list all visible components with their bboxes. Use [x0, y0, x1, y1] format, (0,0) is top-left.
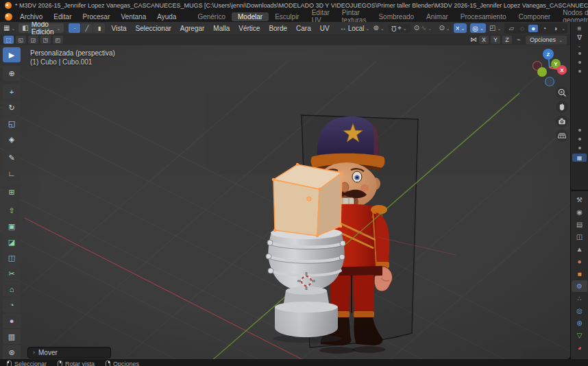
properties-tab-scene[interactable]: ▲ — [572, 243, 587, 255]
mirror-z-button[interactable]: Z — [502, 36, 512, 44]
perspective-toggle-button[interactable] — [556, 130, 568, 142]
tab-componer[interactable]: Componer — [513, 12, 557, 21]
tool-options-dropdown[interactable]: Opciones ⌄ — [526, 36, 567, 45]
outliner-item-dot[interactable] — [578, 138, 581, 141]
transform-orientation-dropdown[interactable]: ↔ Local ⌄ — [340, 25, 370, 32]
outliner-item-dot[interactable] — [578, 61, 581, 64]
object-visibility-dropdown[interactable]: ⊙⌄ — [439, 25, 450, 32]
show-gizmos-toggle[interactable]: ×⌄ — [454, 23, 467, 33]
tool-transform[interactable]: ◈ — [3, 132, 21, 147]
tool-add-cube[interactable]: ⊞ — [3, 184, 21, 199]
gizmo-neg-z-ball[interactable] — [546, 77, 554, 86]
tool-spin[interactable]: ◔ — [3, 297, 21, 313]
outliner-selected-item[interactable]: ▦ — [572, 154, 587, 162]
menu-borde[interactable]: Borde — [266, 25, 290, 32]
tab-esculpir[interactable]: Esculpir — [269, 12, 306, 21]
tab-animar[interactable]: Animar — [420, 12, 454, 21]
tool-bevel[interactable]: ◪ — [3, 234, 21, 249]
tool-annotate[interactable]: ✎ — [3, 150, 21, 165]
snap-target-icon[interactable]: ⌖ — [397, 25, 402, 32]
tool-extrude-region[interactable]: ⇧ — [3, 203, 21, 218]
snap-steps-icon[interactable]: ⌁ — [517, 36, 521, 43]
tab-sombreado[interactable]: Sombreado — [372, 12, 420, 21]
properties-tab-constraints[interactable]: ⊛ — [572, 317, 587, 329]
outliner-item-dot[interactable] — [578, 129, 581, 132]
outliner-filter-icon[interactable]: ∇ — [577, 34, 582, 41]
zoom-button[interactable] — [556, 86, 568, 99]
tool-loop-cut[interactable]: ◫ — [3, 250, 21, 265]
properties-tab-tool[interactable]: ⚒ — [572, 194, 587, 206]
shading-material-button[interactable]: ◔ — [539, 25, 549, 32]
tool-shrink-fatten[interactable]: ⊛ — [3, 345, 21, 359]
tab-generico[interactable]: Genérico — [191, 12, 232, 21]
menu-uv[interactable]: UV — [317, 25, 332, 32]
shading-rendered-button[interactable]: ◑ — [550, 25, 560, 32]
properties-tab-view-layer[interactable]: ◫ — [572, 231, 587, 243]
properties-tab-physics[interactable]: ◎ — [572, 305, 587, 317]
menu-seleccionar[interactable]: Seleccionar — [133, 25, 174, 32]
shading-solid-button[interactable]: ● — [528, 25, 538, 32]
properties-tab-render[interactable]: ◉ — [572, 206, 587, 218]
outliner-item-dot[interactable] — [578, 147, 581, 149]
scene-3d[interactable] — [0, 45, 570, 359]
select-extend-button[interactable]: ◱ — [16, 36, 26, 44]
select-intersect-button[interactable]: ◰ — [53, 36, 63, 44]
properties-tab-material[interactable]: ◕ — [572, 342, 587, 354]
tool-edge-slide[interactable]: ▥ — [3, 329, 21, 344]
tool-scale[interactable]: ◱ — [3, 116, 21, 131]
tool-knife[interactable]: ✂ — [3, 266, 21, 281]
show-overlays-toggle[interactable]: ◎⌄ — [470, 23, 486, 33]
properties-tab-world[interactable]: ● — [572, 256, 587, 267]
properties-tab-data[interactable]: ▽ — [572, 330, 587, 341]
mode-dropdown[interactable]: ◧ Modo Edición ⌄ — [19, 23, 64, 33]
shading-xray-button[interactable]: ▱ — [506, 25, 516, 32]
mirror-y-button[interactable]: Y — [491, 36, 500, 44]
operator-panel-mover[interactable]: › Mover — [27, 347, 111, 358]
properties-tab-particles[interactable]: ∴ — [572, 293, 587, 304]
viewport-canvas[interactable]: ▶ ⊕ + ↻ ◱ ◈ ✎ ∟ ⊞ ⇧ ▣ ◪ ◫ ✂ ⌂ ◔ ● ▥ ⊛ Pe… — [0, 45, 570, 359]
select-set-button[interactable]: ⬚ — [3, 36, 14, 44]
blender-menu-icon[interactable] — [5, 13, 12, 21]
properties-tab-output[interactable]: ▤ — [572, 219, 587, 230]
menu-agregar[interactable]: Agregar — [177, 25, 208, 32]
tool-measure[interactable]: ∟ — [3, 166, 21, 181]
camera-view-button[interactable] — [556, 115, 568, 127]
menu-editar[interactable]: Editar — [48, 13, 77, 21]
proportional-editing[interactable]: ⊙ ∿ ⌄ — [414, 25, 432, 32]
menu-vista[interactable]: Vista — [108, 25, 129, 32]
magnet-icon[interactable]: Ω — [391, 25, 396, 32]
outliner-item-dot[interactable] — [578, 52, 581, 55]
shading-wireframe-button[interactable]: ◌ — [517, 25, 527, 32]
pan-button[interactable] — [556, 101, 568, 113]
menu-vertice[interactable]: Vértice — [236, 25, 262, 32]
navigation-gizmo[interactable]: Z Y X — [529, 47, 570, 88]
gizmo-neg-y-ball[interactable] — [537, 67, 547, 77]
mirror-x-button[interactable]: X — [479, 36, 489, 44]
outliner-list-icon[interactable]: ≡ — [578, 25, 582, 32]
edge-select-button[interactable]: ╱ — [81, 23, 93, 33]
vertex-select-button[interactable]: ∙ — [69, 23, 80, 33]
face-select-button[interactable]: ▮ — [93, 23, 105, 33]
select-subtract-button[interactable]: ◲ — [28, 36, 38, 44]
menu-procesar[interactable]: Procesar — [77, 13, 115, 21]
menu-ayuda[interactable]: Ayuda — [151, 13, 182, 21]
select-invert-button[interactable]: ◳ — [40, 36, 51, 44]
tool-select-box[interactable]: ▶ — [3, 47, 21, 62]
editor-type-dropdown[interactable]: ▦ ⌄ — [3, 25, 15, 32]
tool-poly-build[interactable]: ⌂ — [3, 282, 21, 297]
properties-tab-object[interactable]: ■ — [572, 268, 587, 280]
menu-cara[interactable]: Cara — [293, 25, 314, 32]
tool-rotate[interactable]: ↻ — [3, 100, 21, 115]
shading-dropdown[interactable]: ⌄ — [561, 26, 565, 31]
tool-smooth[interactable]: ● — [3, 313, 21, 328]
menu-archivo[interactable]: Archivo — [14, 13, 48, 21]
tool-move[interactable]: + — [3, 84, 21, 99]
outliner-strip[interactable]: ≡ ∇ ⌄ ▦ — [571, 22, 588, 190]
menu-malla[interactable]: Malla — [210, 25, 232, 32]
properties-tab-modifiers[interactable]: ⚙ — [572, 280, 587, 292]
xray-dropdown[interactable]: ◰⌄ — [489, 25, 501, 32]
outliner-item-dot[interactable] — [578, 70, 581, 73]
tool-3d-cursor[interactable]: ⊕ — [3, 66, 21, 81]
pivot-point-dropdown[interactable]: ⊚⌄ — [373, 25, 384, 32]
tool-inset-faces[interactable]: ▣ — [3, 219, 21, 234]
